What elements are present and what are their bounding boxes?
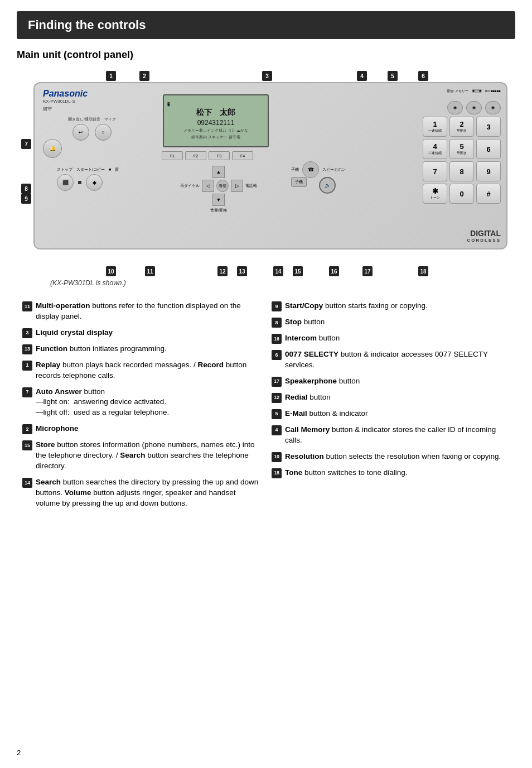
badge-7: 7	[21, 139, 31, 149]
desc-item-17: 17 Speakerphone button	[272, 376, 510, 387]
page-number: 2	[17, 748, 21, 757]
diagram-area: 1 2 3 4 5 6 7 8 9 10 11 12 13 14 15 16 1…	[17, 66, 515, 290]
call-memory-indicator[interactable]: ◉	[447, 101, 463, 114]
desc-text-5: E-Mail button & indicator	[285, 409, 510, 419]
intercom-button-area: 子機	[291, 177, 307, 187]
desc-text-1: Replay button plays back recorded messag…	[36, 360, 260, 381]
email-indicator[interactable]: ◉	[466, 101, 482, 114]
desc-text-12: Redial button	[285, 392, 510, 403]
intercom-button[interactable]: 子機	[291, 177, 307, 187]
desc-badge-6: 6	[272, 350, 282, 360]
desc-badge-14: 14	[22, 478, 32, 488]
badge-10: 10	[106, 266, 116, 276]
desc-text-9: Start/Copy button starts faxing or copyi…	[285, 301, 510, 311]
top-right-indicators: 着信: メモリー ▣▤▣ 007■■■■■	[447, 89, 501, 94]
key-2[interactable]: 2早開き	[449, 117, 474, 137]
desc-item-5: 5 E-Mail button & indicator	[272, 409, 510, 419]
desc-badge-16: 16	[272, 334, 282, 344]
auto-answer-button[interactable]: 🔔	[43, 139, 62, 158]
nav-center-btn[interactable]: 着信	[216, 180, 229, 192]
desc-item-2: 2 Microphone	[22, 424, 260, 434]
desc-badge-7: 7	[22, 387, 32, 397]
key-3[interactable]: 3	[476, 117, 501, 137]
desc-text-8: Stop button	[285, 317, 510, 328]
page-title: Finding the controls	[28, 18, 504, 32]
key-7[interactable]: 7	[423, 161, 447, 181]
nav-up[interactable]: ▲	[212, 166, 225, 178]
badge-1: 1	[106, 71, 116, 81]
stop-start-area: ストップ スタート/コピー ■ 質 ⬛ ◆	[57, 167, 119, 191]
desc-badge-13: 13	[22, 344, 32, 354]
desc-item-16: 16 Intercom button	[272, 333, 510, 344]
desc-item-15: 15 Store button stores information (phon…	[22, 440, 260, 472]
desc-text-14: Search button searches the directory by …	[36, 477, 260, 509]
key-4[interactable]: 4二速短縮	[423, 139, 447, 159]
badge-6: 6	[418, 71, 428, 81]
desc-text-16: Intercom button	[285, 333, 510, 344]
desc-item-14: 14 Search button searches the directory …	[22, 477, 260, 509]
panasonic-logo: Panasonic KX-PW301DL-S 留守	[43, 89, 88, 112]
key-hash[interactable]: #	[476, 184, 501, 204]
desc-badge-1: 1	[22, 361, 32, 371]
badge-3: 3	[262, 71, 272, 81]
navigation-area: ▲ 再ダイヤル ◁ 着信 ▷ 電話帳 ▼ 音量/変換	[174, 166, 263, 213]
badge-4: 4	[357, 71, 367, 81]
badge-8: 8	[21, 184, 31, 194]
desc-item-12: 12 Redial button	[272, 392, 510, 403]
f4-button[interactable]: F4	[232, 151, 253, 160]
replay-record-area: 聞き直し/通話録音 マイク ↩ ○	[68, 117, 116, 141]
key-0[interactable]: 0	[449, 184, 474, 204]
key-9[interactable]: 9	[476, 161, 501, 181]
key-5[interactable]: 5早開き	[449, 139, 474, 159]
badge-2: 2	[139, 71, 149, 81]
desc-text-6: 0077 SELECTY button & indicator accesses…	[285, 349, 510, 371]
key-1[interactable]: 1一速短縮	[423, 117, 447, 137]
badge-14: 14	[273, 266, 283, 276]
diagram-caption: (KX-PW301DL is shown.)	[50, 279, 126, 287]
badge-5: 5	[388, 71, 398, 81]
desc-badge-8: 8	[272, 318, 282, 328]
desc-item-10: 10 Resolution button selects the resolut…	[272, 452, 510, 462]
badge-15: 15	[293, 266, 303, 276]
desc-text-3: Liquid crystal display	[36, 328, 260, 338]
f3-button[interactable]: F3	[209, 151, 230, 160]
desc-badge-9: 9	[272, 301, 282, 311]
desc-badge-11: 11	[22, 301, 32, 311]
child-handset-button[interactable]: ☎	[302, 161, 319, 178]
quality-indicator	[78, 181, 81, 184]
replay-button[interactable]: ↩	[72, 124, 89, 141]
speakerphone-child-area: 子機 ☎ スピーカホン	[291, 161, 346, 178]
badge-17: 17	[362, 266, 373, 276]
selecty-indicator[interactable]: ◉	[485, 101, 501, 114]
desc-badge-15: 15	[22, 440, 32, 450]
desc-text-2: Microphone	[36, 424, 260, 434]
f1-button[interactable]: F1	[162, 151, 183, 160]
numeric-keypad: 1一速短縮 2早開き 3 4二速短縮 5早開き 6 7 8 9 ✱トーン 0 #	[423, 117, 501, 204]
desc-item-1: 1 Replay button plays back recorded mess…	[22, 360, 260, 381]
nav-left[interactable]: ◁	[202, 180, 214, 192]
key-star[interactable]: ✱トーン	[423, 184, 447, 204]
stop-button[interactable]: ⬛	[57, 174, 74, 191]
nav-down[interactable]: ▼	[212, 194, 225, 206]
desc-item-13: 13 Function button initiates programming…	[22, 344, 260, 354]
badge-9: 9	[21, 194, 31, 204]
digital-cordless-logo: DIGITAL CORDLESS	[467, 229, 501, 243]
badge-11: 11	[145, 266, 155, 276]
key-8[interactable]: 8	[449, 161, 474, 181]
start-copy-button[interactable]: ◆	[86, 174, 103, 191]
auto-answer-area: 🔔	[43, 139, 62, 158]
key-6[interactable]: 6	[476, 139, 501, 159]
desc-item-7: 7 Auto Answer button—light on: answering…	[22, 387, 260, 419]
descriptions-area: 11 Multi-operation buttons refer to the …	[17, 301, 515, 515]
desc-badge-2: 2	[22, 424, 32, 434]
desc-item-4: 4 Call Memory button & indicator stores …	[272, 425, 510, 446]
speakerphone-button[interactable]: 🔊	[319, 177, 336, 194]
nav-right[interactable]: ▷	[231, 180, 243, 192]
microphone-button[interactable]: ○	[95, 124, 112, 141]
desc-badge-12: 12	[272, 393, 282, 403]
f2-button[interactable]: F2	[185, 151, 206, 160]
desc-item-6: 6 0077 SELECTY button & indicator access…	[272, 349, 510, 371]
desc-text-15: Store button stores information (phone n…	[36, 440, 260, 472]
desc-text-17: Speakerphone button	[285, 376, 510, 387]
badge-13: 13	[237, 266, 247, 276]
